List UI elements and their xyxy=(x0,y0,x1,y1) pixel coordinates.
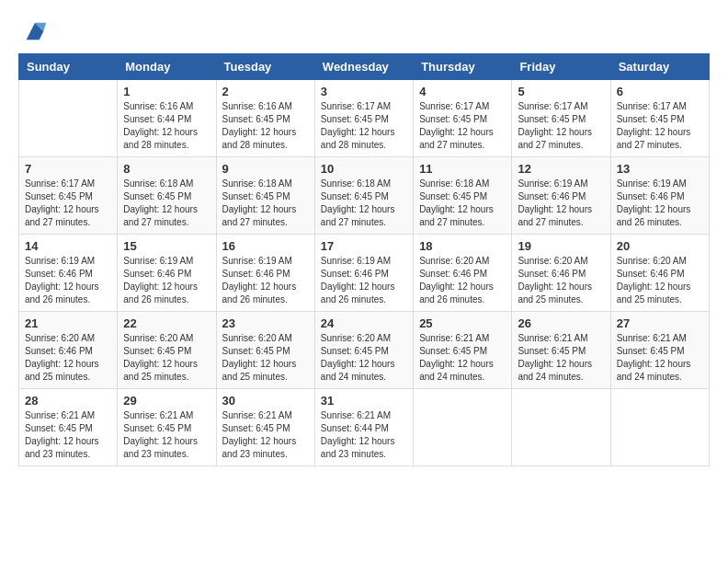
day-info: Sunrise: 6:21 AM Sunset: 6:45 PM Dayligh… xyxy=(123,409,210,461)
calendar-cell: 6Sunrise: 6:17 AM Sunset: 6:45 PM Daylig… xyxy=(610,80,709,157)
col-monday: Monday xyxy=(118,54,216,80)
logo xyxy=(18,18,48,44)
calendar-cell: 7Sunrise: 6:17 AM Sunset: 6:45 PM Daylig… xyxy=(19,157,118,235)
day-info: Sunrise: 6:16 AM Sunset: 6:45 PM Dayligh… xyxy=(222,100,309,152)
day-number: 9 xyxy=(222,162,309,176)
day-number: 6 xyxy=(617,85,703,98)
day-info: Sunrise: 6:20 AM Sunset: 6:45 PM Dayligh… xyxy=(222,332,309,384)
day-info: Sunrise: 6:19 AM Sunset: 6:46 PM Dayligh… xyxy=(222,255,309,306)
day-info: Sunrise: 6:21 AM Sunset: 6:45 PM Dayligh… xyxy=(25,409,111,461)
day-number: 22 xyxy=(123,316,210,330)
calendar-cell: 10Sunrise: 6:18 AM Sunset: 6:45 PM Dayli… xyxy=(314,157,413,235)
day-number: 5 xyxy=(518,85,604,98)
calendar-week-row: 1Sunrise: 6:16 AM Sunset: 6:44 PM Daylig… xyxy=(19,80,710,157)
calendar-cell: 13Sunrise: 6:19 AM Sunset: 6:46 PM Dayli… xyxy=(610,157,709,235)
day-number: 10 xyxy=(321,162,407,176)
day-info: Sunrise: 6:21 AM Sunset: 6:45 PM Dayligh… xyxy=(222,409,309,461)
page-header xyxy=(18,18,710,44)
col-tuesday: Tuesday xyxy=(216,54,314,80)
col-thursday: Thursday xyxy=(414,54,512,80)
logo-icon xyxy=(22,18,48,44)
day-info: Sunrise: 6:18 AM Sunset: 6:45 PM Dayligh… xyxy=(222,178,309,229)
day-number: 7 xyxy=(25,162,111,176)
calendar-table: Sunday Monday Tuesday Wednesday Thursday… xyxy=(18,53,710,466)
day-info: Sunrise: 6:21 AM Sunset: 6:45 PM Dayligh… xyxy=(617,332,703,384)
day-info: Sunrise: 6:19 AM Sunset: 6:46 PM Dayligh… xyxy=(123,255,210,306)
day-number: 31 xyxy=(321,394,407,408)
day-info: Sunrise: 6:17 AM Sunset: 6:45 PM Dayligh… xyxy=(419,100,506,152)
calendar-cell xyxy=(414,389,512,466)
day-number: 27 xyxy=(617,316,703,330)
calendar-cell: 8Sunrise: 6:18 AM Sunset: 6:45 PM Daylig… xyxy=(118,157,216,235)
calendar-cell: 3Sunrise: 6:17 AM Sunset: 6:45 PM Daylig… xyxy=(314,80,413,157)
day-number: 2 xyxy=(222,85,309,98)
day-number: 3 xyxy=(321,85,407,98)
day-info: Sunrise: 6:17 AM Sunset: 6:45 PM Dayligh… xyxy=(321,100,407,152)
calendar-cell: 30Sunrise: 6:21 AM Sunset: 6:45 PM Dayli… xyxy=(216,389,314,466)
col-sunday: Sunday xyxy=(19,54,118,80)
day-number: 30 xyxy=(222,394,309,408)
day-number: 25 xyxy=(419,316,506,330)
calendar-header-row: Sunday Monday Tuesday Wednesday Thursday… xyxy=(19,54,710,80)
calendar-cell: 20Sunrise: 6:20 AM Sunset: 6:46 PM Dayli… xyxy=(610,235,709,312)
day-number: 18 xyxy=(419,239,506,253)
day-number: 19 xyxy=(518,239,604,253)
calendar-cell: 22Sunrise: 6:20 AM Sunset: 6:45 PM Dayli… xyxy=(118,312,216,389)
day-info: Sunrise: 6:18 AM Sunset: 6:45 PM Dayligh… xyxy=(123,178,210,229)
calendar-cell: 31Sunrise: 6:21 AM Sunset: 6:44 PM Dayli… xyxy=(314,389,413,466)
day-number: 17 xyxy=(321,239,407,253)
day-info: Sunrise: 6:19 AM Sunset: 6:46 PM Dayligh… xyxy=(518,178,604,229)
calendar-cell: 29Sunrise: 6:21 AM Sunset: 6:45 PM Dayli… xyxy=(118,389,216,466)
calendar-cell: 23Sunrise: 6:20 AM Sunset: 6:45 PM Dayli… xyxy=(216,312,314,389)
day-number: 1 xyxy=(123,85,210,98)
calendar-cell: 14Sunrise: 6:19 AM Sunset: 6:46 PM Dayli… xyxy=(19,235,118,312)
calendar-cell xyxy=(19,80,118,157)
calendar-week-row: 28Sunrise: 6:21 AM Sunset: 6:45 PM Dayli… xyxy=(19,389,710,466)
day-info: Sunrise: 6:20 AM Sunset: 6:46 PM Dayligh… xyxy=(518,255,604,306)
calendar-cell: 21Sunrise: 6:20 AM Sunset: 6:46 PM Dayli… xyxy=(19,312,118,389)
day-info: Sunrise: 6:18 AM Sunset: 6:45 PM Dayligh… xyxy=(321,178,407,229)
calendar-cell: 25Sunrise: 6:21 AM Sunset: 6:45 PM Dayli… xyxy=(414,312,512,389)
day-info: Sunrise: 6:17 AM Sunset: 6:45 PM Dayligh… xyxy=(617,100,703,152)
day-info: Sunrise: 6:21 AM Sunset: 6:45 PM Dayligh… xyxy=(518,332,604,384)
day-info: Sunrise: 6:17 AM Sunset: 6:45 PM Dayligh… xyxy=(518,100,604,152)
calendar-cell: 5Sunrise: 6:17 AM Sunset: 6:45 PM Daylig… xyxy=(512,80,610,157)
col-wednesday: Wednesday xyxy=(314,54,413,80)
calendar-cell: 27Sunrise: 6:21 AM Sunset: 6:45 PM Dayli… xyxy=(610,312,709,389)
day-number: 8 xyxy=(123,162,210,176)
day-info: Sunrise: 6:20 AM Sunset: 6:46 PM Dayligh… xyxy=(25,332,111,384)
calendar-cell: 26Sunrise: 6:21 AM Sunset: 6:45 PM Dayli… xyxy=(512,312,610,389)
calendar-week-row: 14Sunrise: 6:19 AM Sunset: 6:46 PM Dayli… xyxy=(19,235,710,312)
day-info: Sunrise: 6:19 AM Sunset: 6:46 PM Dayligh… xyxy=(25,255,111,306)
calendar-cell: 2Sunrise: 6:16 AM Sunset: 6:45 PM Daylig… xyxy=(216,80,314,157)
day-number: 11 xyxy=(419,162,506,176)
calendar-cell: 18Sunrise: 6:20 AM Sunset: 6:46 PM Dayli… xyxy=(414,235,512,312)
day-number: 29 xyxy=(123,394,210,408)
day-number: 13 xyxy=(617,162,703,176)
calendar-week-row: 7Sunrise: 6:17 AM Sunset: 6:45 PM Daylig… xyxy=(19,157,710,235)
day-number: 12 xyxy=(518,162,604,176)
day-info: Sunrise: 6:21 AM Sunset: 6:44 PM Dayligh… xyxy=(321,409,407,461)
day-info: Sunrise: 6:19 AM Sunset: 6:46 PM Dayligh… xyxy=(321,255,407,306)
day-number: 26 xyxy=(518,316,604,330)
day-number: 23 xyxy=(222,316,309,330)
calendar-week-row: 21Sunrise: 6:20 AM Sunset: 6:46 PM Dayli… xyxy=(19,312,710,389)
day-number: 28 xyxy=(25,394,111,408)
calendar-cell: 19Sunrise: 6:20 AM Sunset: 6:46 PM Dayli… xyxy=(512,235,610,312)
calendar-cell xyxy=(512,389,610,466)
day-number: 14 xyxy=(25,239,111,253)
calendar-cell: 1Sunrise: 6:16 AM Sunset: 6:44 PM Daylig… xyxy=(118,80,216,157)
day-info: Sunrise: 6:17 AM Sunset: 6:45 PM Dayligh… xyxy=(25,178,111,229)
calendar-cell: 28Sunrise: 6:21 AM Sunset: 6:45 PM Dayli… xyxy=(19,389,118,466)
calendar-cell: 24Sunrise: 6:20 AM Sunset: 6:45 PM Dayli… xyxy=(314,312,413,389)
day-info: Sunrise: 6:20 AM Sunset: 6:45 PM Dayligh… xyxy=(123,332,210,384)
day-info: Sunrise: 6:20 AM Sunset: 6:45 PM Dayligh… xyxy=(321,332,407,384)
logo-text xyxy=(18,18,48,44)
col-saturday: Saturday xyxy=(610,54,709,80)
day-number: 4 xyxy=(419,85,506,98)
day-info: Sunrise: 6:18 AM Sunset: 6:45 PM Dayligh… xyxy=(419,178,506,229)
calendar-cell: 4Sunrise: 6:17 AM Sunset: 6:45 PM Daylig… xyxy=(414,80,512,157)
day-info: Sunrise: 6:19 AM Sunset: 6:46 PM Dayligh… xyxy=(617,178,703,229)
calendar-cell: 16Sunrise: 6:19 AM Sunset: 6:46 PM Dayli… xyxy=(216,235,314,312)
day-info: Sunrise: 6:20 AM Sunset: 6:46 PM Dayligh… xyxy=(617,255,703,306)
